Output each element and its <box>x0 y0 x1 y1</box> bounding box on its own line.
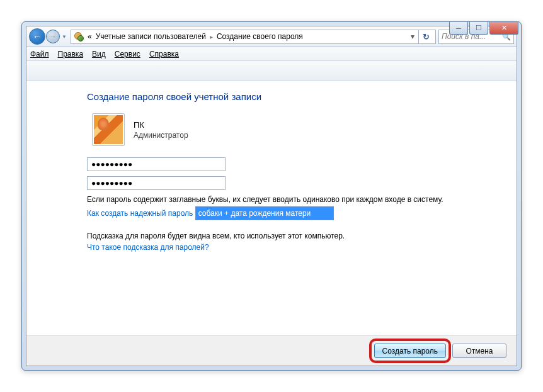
breadcrumb-create-password[interactable]: Создание своего пароля <box>217 32 303 41</box>
chevron-down-icon: ▾ <box>411 32 414 41</box>
menu-edit[interactable]: Правка <box>58 50 84 59</box>
breadcrumb-sep-icon: ▸ <box>210 33 213 40</box>
navigation-bar: ← → ▼ « Учетные записи пользователей ▸ С… <box>26 26 517 47</box>
caps-note: Если пароль содержит заглавные буквы, их… <box>87 195 510 204</box>
window-frame: ─ ☐ ✕ ← → ▼ « Учетные записи пользовател… <box>21 21 522 371</box>
breadcrumb-prefix: « <box>88 32 92 41</box>
close-button[interactable]: ✕ <box>489 22 518 35</box>
nav-arrows: ← → ▼ <box>29 28 68 45</box>
confirm-password-field[interactable] <box>87 176 226 190</box>
refresh-button[interactable]: ↻ <box>418 30 433 43</box>
history-dropdown[interactable]: ▼ <box>60 31 68 42</box>
content-area: Создание пароля своей учетной записи ПК … <box>26 81 517 335</box>
new-password-field[interactable] <box>87 157 226 171</box>
create-password-button[interactable]: Создать пароль <box>374 344 446 358</box>
cancel-button[interactable]: Отмена <box>452 344 506 358</box>
avatar <box>92 113 125 146</box>
password-hint-field[interactable] <box>195 206 334 220</box>
hint-note: Подсказка для пароля будет видна всем, к… <box>87 232 510 240</box>
dialog-footer: Создать пароль Отмена <box>26 335 517 366</box>
minimize-button[interactable]: ─ <box>449 22 468 35</box>
user-name: ПК <box>134 120 188 130</box>
page-title: Создание пароля своей учетной записи <box>87 91 510 102</box>
strong-password-link[interactable]: Как создать надежный пароль <box>87 209 193 218</box>
avatar-image <box>94 115 123 144</box>
user-role: Администратор <box>134 131 188 140</box>
menu-file[interactable]: Файл <box>30 50 49 59</box>
forward-button[interactable]: → <box>46 30 60 43</box>
menu-help[interactable]: Справка <box>149 50 179 59</box>
window-controls: ─ ☐ ✕ <box>448 22 521 35</box>
back-button[interactable]: ← <box>29 28 45 45</box>
user-info: ПК Администратор <box>92 113 510 146</box>
menu-bar: Файл Правка Вид Сервис Справка <box>26 47 517 61</box>
user-accounts-icon <box>74 31 84 42</box>
maximize-button[interactable]: ☐ <box>469 22 488 35</box>
client-area: ← → ▼ « Учетные записи пользователей ▸ С… <box>26 26 517 366</box>
hint-help-link[interactable]: Что такое подсказка для паролей? <box>87 243 209 252</box>
command-bar <box>26 61 517 81</box>
address-dropdown[interactable]: ▾ <box>411 32 414 41</box>
address-bar[interactable]: « Учетные записи пользователей ▸ Создани… <box>71 30 436 44</box>
menu-tools[interactable]: Сервис <box>115 50 140 59</box>
menu-view[interactable]: Вид <box>92 50 106 59</box>
breadcrumb-users[interactable]: Учетные записи пользователей <box>96 32 206 41</box>
